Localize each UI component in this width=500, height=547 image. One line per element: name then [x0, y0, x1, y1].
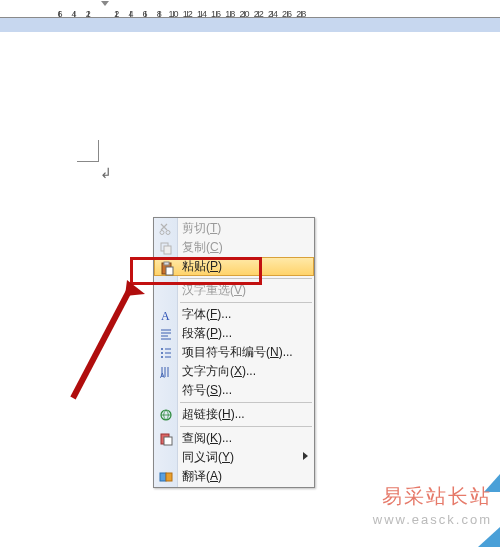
- menu-separator: [180, 426, 312, 427]
- menu-item-text-direction[interactable]: A 文字方向(X)...: [154, 362, 314, 381]
- lookup-icon: [158, 431, 174, 447]
- indent-marker[interactable]: [98, 0, 112, 18]
- decoration-triangle: [478, 527, 500, 547]
- svg-point-8: [161, 348, 163, 350]
- horizontal-ruler[interactable]: 642246810121416182022242628: [0, 0, 500, 18]
- paste-icon: [159, 260, 175, 276]
- menu-separator: [180, 402, 312, 403]
- svg-point-0: [160, 231, 164, 235]
- svg-rect-15: [160, 473, 166, 481]
- context-menu: 剪切(T) 复制(C) 粘贴(P) 汉字重选(V) A 字体(F)... 段落(…: [153, 217, 315, 488]
- menu-item-lookup[interactable]: 查阅(K)...: [154, 429, 314, 448]
- svg-rect-14: [164, 437, 172, 445]
- paragraph-icon: [158, 326, 174, 342]
- menu-item-font[interactable]: A 字体(F)...: [154, 305, 314, 324]
- menu-item-reconvert[interactable]: 汉字重选(V): [154, 281, 314, 300]
- paragraph-mark: ↲: [100, 165, 112, 181]
- menu-item-hyperlink[interactable]: 超链接(H)...: [154, 405, 314, 424]
- menu-item-copy[interactable]: 复制(C): [154, 238, 314, 257]
- copy-icon: [158, 240, 174, 256]
- svg-point-10: [161, 356, 163, 358]
- menu-item-symbol[interactable]: 符号(S)...: [154, 381, 314, 400]
- svg-rect-5: [164, 262, 169, 265]
- bullets-icon: [158, 345, 174, 361]
- document-background-strip: [0, 18, 500, 32]
- menu-item-paste[interactable]: 粘贴(P): [154, 257, 314, 276]
- menu-item-cut[interactable]: 剪切(T): [154, 219, 314, 238]
- watermark-title: 易采站长站: [373, 483, 492, 510]
- svg-rect-3: [164, 246, 171, 254]
- cut-icon: [158, 221, 174, 237]
- text-direction-icon: A: [158, 364, 174, 380]
- menu-item-paragraph[interactable]: 段落(P)...: [154, 324, 314, 343]
- font-icon: A: [158, 307, 174, 323]
- menu-item-synonym[interactable]: 同义词(Y): [154, 448, 314, 467]
- menu-item-translate[interactable]: 翻译(A): [154, 467, 314, 486]
- page-margin-corner: [77, 140, 99, 162]
- watermark-url: www.easck.com: [373, 512, 492, 527]
- svg-rect-16: [166, 473, 172, 481]
- svg-point-1: [166, 231, 170, 235]
- svg-rect-6: [166, 267, 173, 275]
- menu-separator: [180, 302, 312, 303]
- svg-text:A: A: [161, 309, 170, 322]
- menu-item-bullets[interactable]: 项目符号和编号(N)...: [154, 343, 314, 362]
- submenu-arrow-icon: [303, 452, 308, 460]
- watermark: 易采站长站 www.easck.com: [373, 483, 492, 527]
- svg-text:A: A: [160, 372, 165, 379]
- hyperlink-icon: [158, 407, 174, 423]
- translate-icon: [158, 469, 174, 485]
- svg-point-9: [161, 352, 163, 354]
- menu-separator: [180, 278, 312, 279]
